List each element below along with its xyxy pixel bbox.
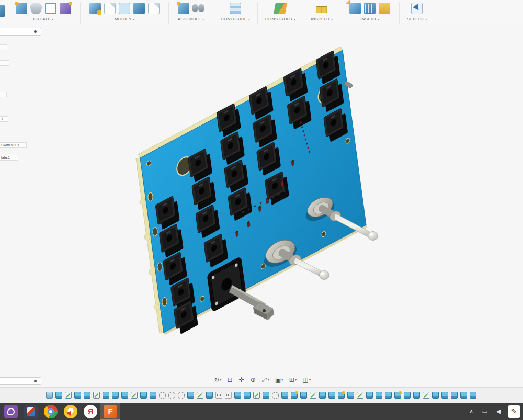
tray-icon[interactable]: ◀ xyxy=(494,408,503,415)
cropped-toolbar-icon[interactable] xyxy=(0,5,5,17)
timeline-feature[interactable] xyxy=(215,392,222,399)
taskbar-app[interactable] xyxy=(21,403,41,420)
nav-tool[interactable]: ⊡ xyxy=(226,375,235,384)
toolbar-group-label[interactable]: INSPECT ▾ xyxy=(311,17,333,21)
collapsed-browser-panel[interactable] xyxy=(0,28,41,36)
timeline-feature[interactable] xyxy=(460,392,467,399)
toolbar-icon[interactable] xyxy=(148,3,160,14)
timeline-feature[interactable] xyxy=(338,392,345,399)
timeline-feature[interactable] xyxy=(93,392,100,399)
timeline-feature[interactable] xyxy=(234,392,241,399)
toolbar-icon[interactable] xyxy=(230,3,241,14)
toolbar-icon[interactable] xyxy=(30,3,42,14)
joystick-lever[interactable] xyxy=(229,285,274,320)
timeline-feature[interactable] xyxy=(441,392,448,399)
timeline-feature[interactable] xyxy=(404,392,411,399)
toolbar-group-label[interactable]: CREATE ▾ xyxy=(33,17,54,21)
browser-item[interactable]: Swith v11:1 xyxy=(0,142,27,148)
browser-item[interactable] xyxy=(0,92,7,97)
timeline-feature[interactable] xyxy=(121,392,128,399)
timeline-feature[interactable] xyxy=(112,392,119,399)
toolbar-group-label[interactable]: INSERT ▾ xyxy=(360,17,379,21)
timeline-feature[interactable] xyxy=(150,392,156,399)
collapsed-comments-panel[interactable] xyxy=(0,377,41,385)
taskbar-app[interactable] xyxy=(61,403,81,420)
timeline-feature[interactable] xyxy=(300,392,307,399)
toolbar-group-label[interactable]: ASSEMBLE ▾ xyxy=(178,17,204,21)
timeline-feature[interactable] xyxy=(168,392,175,399)
timeline-feature[interactable] xyxy=(131,392,138,399)
timeline-feature[interactable] xyxy=(423,392,429,399)
nav-tool[interactable]: ⊞ ▾ xyxy=(288,375,299,384)
timeline-feature[interactable] xyxy=(272,392,279,399)
toolbar-group-label[interactable]: CONSTRUCT ▾ xyxy=(265,17,295,21)
timeline-feature[interactable] xyxy=(394,392,401,399)
timeline-feature[interactable] xyxy=(413,392,420,399)
timeline-feature[interactable] xyxy=(385,392,392,399)
toolbar-icon[interactable] xyxy=(192,3,204,14)
timeline-feature[interactable] xyxy=(84,392,90,399)
tray-icon[interactable]: ✎ xyxy=(508,405,520,418)
timeline-feature[interactable] xyxy=(197,392,203,399)
toolbar-icon[interactable] xyxy=(89,3,101,14)
timeline-feature[interactable] xyxy=(357,392,363,399)
toolbar-group-label[interactable]: SELECT ▾ xyxy=(407,17,427,21)
timeline-feature[interactable] xyxy=(103,392,109,399)
toolbar-icon[interactable] xyxy=(45,3,56,14)
toolbar-icon[interactable] xyxy=(178,3,189,14)
toolbar-icon[interactable] xyxy=(316,6,327,13)
toolbar-icon[interactable] xyxy=(133,3,145,14)
timeline-feature[interactable] xyxy=(140,392,147,399)
toolbar-group-label[interactable]: MODIFY ▾ xyxy=(115,17,134,21)
timeline-feature[interactable] xyxy=(291,392,298,399)
timeline-feature[interactable] xyxy=(46,392,53,399)
browser-item[interactable] xyxy=(0,60,9,66)
timeline-feature[interactable] xyxy=(328,392,335,399)
timeline-feature[interactable] xyxy=(432,392,439,399)
toolbar-icon[interactable] xyxy=(104,3,116,14)
timeline-feature[interactable] xyxy=(187,392,194,399)
timeline-feature[interactable] xyxy=(376,392,382,399)
toolbar-icon[interactable] xyxy=(411,3,423,14)
timeline-feature[interactable] xyxy=(253,392,260,399)
browser-item[interactable]: 1 xyxy=(0,116,8,122)
browser-item[interactable]: late:1 xyxy=(0,155,18,161)
toolbar-icon[interactable] xyxy=(274,3,287,14)
toolbar-icon[interactable] xyxy=(349,3,361,14)
toolbar-icon[interactable] xyxy=(16,3,27,14)
browser-item[interactable] xyxy=(0,44,7,50)
toolbar-group-label[interactable]: CONFIGURE ▾ xyxy=(221,17,250,21)
timeline-feature[interactable] xyxy=(74,392,81,399)
timeline-feature[interactable] xyxy=(470,392,476,399)
nav-tool[interactable]: ↻ ▾ xyxy=(212,375,223,384)
timeline-feature[interactable] xyxy=(159,392,166,399)
timeline-feature[interactable] xyxy=(451,392,458,399)
tray-icon[interactable]: ∧ xyxy=(467,408,475,415)
taskbar-app[interactable] xyxy=(1,403,21,420)
toolbar-icon[interactable] xyxy=(119,3,130,14)
viewport-canvas[interactable]: 1 Swith v11:1 late:1 ↻ ▾ ⊡ xyxy=(0,25,523,387)
tray-icon[interactable]: ▭ xyxy=(481,408,489,415)
toolbar-icon[interactable] xyxy=(364,3,376,14)
taskbar-app[interactable]: F xyxy=(100,403,120,420)
timeline-feature[interactable] xyxy=(55,392,62,399)
nav-tool[interactable]: ⤢ ▾ xyxy=(260,375,271,384)
nav-tool[interactable]: ⊕ xyxy=(249,375,258,384)
timeline-feature[interactable] xyxy=(310,392,316,399)
3d-model-view[interactable] xyxy=(0,25,523,387)
timeline-feature[interactable] xyxy=(263,392,269,399)
timeline-feature[interactable] xyxy=(65,392,72,399)
timeline-feature[interactable] xyxy=(347,392,354,399)
timeline-feature[interactable] xyxy=(225,392,232,399)
taskbar-app[interactable]: Я xyxy=(81,403,100,420)
timeline-feature[interactable] xyxy=(366,392,373,399)
nav-tool[interactable]: ◫ ▾ xyxy=(301,375,312,384)
timeline-feature[interactable] xyxy=(281,392,288,399)
nav-tool[interactable]: ✛ xyxy=(237,375,246,384)
timeline-feature[interactable] xyxy=(319,392,326,399)
timeline-feature[interactable] xyxy=(244,392,251,399)
timeline-feature[interactable] xyxy=(178,392,185,399)
toolbar-icon[interactable] xyxy=(379,3,390,14)
timeline-feature[interactable] xyxy=(206,392,213,399)
toolbar-icon[interactable] xyxy=(60,3,71,14)
